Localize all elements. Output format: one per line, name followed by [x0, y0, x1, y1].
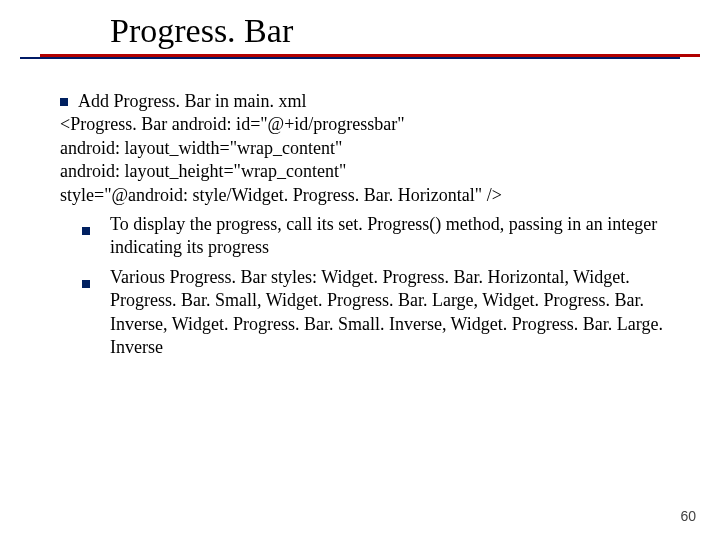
- code-block: <Progress. Bar android: id="@+id/progres…: [60, 113, 680, 207]
- code-line: android: layout_height="wrap_content": [60, 160, 680, 183]
- slide-body: Add Progress. Bar in main. xml <Progress…: [60, 90, 680, 361]
- divider-blue: [20, 57, 680, 59]
- code-line: android: layout_width="wrap_content": [60, 137, 680, 160]
- page-number: 60: [680, 508, 696, 524]
- bullet-icon: [60, 98, 68, 106]
- list-item-text: To display the progress, call its set. P…: [110, 213, 680, 260]
- slide-title: Progress. Bar: [0, 12, 720, 54]
- intro-text: Add Progress. Bar in main. xml: [78, 91, 306, 111]
- bullet-icon: [82, 227, 90, 235]
- list-item-text: Various Progress. Bar styles: Widget. Pr…: [110, 266, 680, 360]
- code-line: style="@android: style/Widget. Progress.…: [60, 184, 680, 207]
- bullet-icon: [82, 280, 90, 288]
- code-line: <Progress. Bar android: id="@+id/progres…: [60, 113, 680, 136]
- list-item: To display the progress, call its set. P…: [60, 213, 680, 260]
- slide: Progress. Bar Add Progress. Bar in main.…: [0, 0, 720, 540]
- list-item: Various Progress. Bar styles: Widget. Pr…: [60, 266, 680, 360]
- title-block: Progress. Bar: [0, 12, 720, 59]
- intro-line: Add Progress. Bar in main. xml: [60, 90, 680, 113]
